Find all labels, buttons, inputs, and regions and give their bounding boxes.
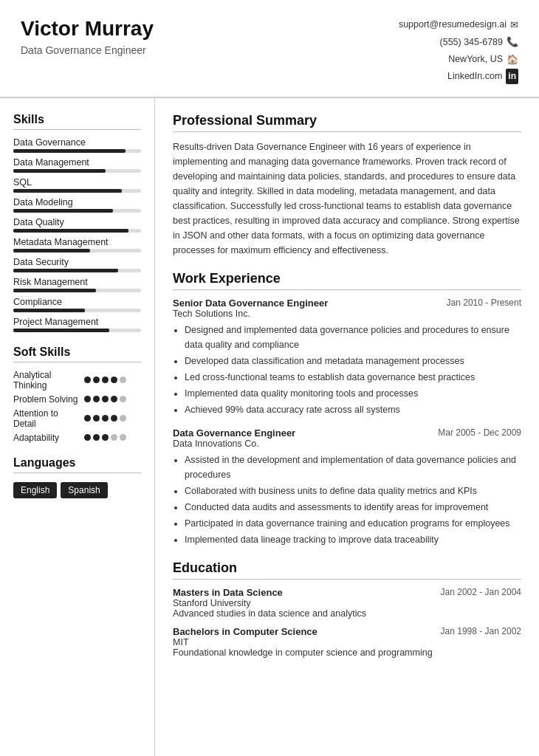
job-header: Senior Data Governance Engineer Jan 2010… [173, 298, 521, 309]
dot-filled [93, 415, 100, 422]
job-block: Data Governance Engineer Mar 2005 - Dec … [173, 427, 521, 547]
skill-bar-fill [13, 189, 122, 193]
dots [84, 415, 126, 422]
skill-bar-track [13, 189, 141, 193]
dot-filled [102, 396, 109, 402]
edu-degree: Masters in Data Science [173, 587, 283, 598]
soft-skill-item: Adaptability [13, 433, 141, 443]
header: Victor Murray Data Governance Engineer s… [0, 0, 539, 98]
skills-section: Skills Data Governance Data Management S… [13, 113, 141, 332]
skill-label: Risk Management [13, 277, 141, 287]
candidate-title: Data Governance Engineer [21, 44, 154, 56]
skill-item: SQL [13, 177, 141, 193]
main-content: Professional Summary Results-driven Data… [155, 98, 539, 756]
resume-wrapper: Victor Murray Data Governance Engineer s… [0, 0, 539, 756]
soft-skills-section: Soft Skills Analytical Thinking Problem … [13, 346, 141, 443]
body: Skills Data Governance Data Management S… [0, 98, 539, 756]
candidate-name: Victor Murray [21, 16, 154, 41]
edu-header: Masters in Data Science Jan 2002 - Jan 2… [173, 587, 521, 598]
soft-skills-title: Soft Skills [13, 346, 141, 362]
languages-section: Languages EnglishSpanish [13, 456, 141, 498]
skill-item: Data Modeling [13, 197, 141, 213]
skill-bar-fill [13, 289, 96, 292]
dot-filled [84, 377, 91, 383]
skill-bar-track [13, 249, 141, 252]
job-bullet: Collaborated with business units to defi… [185, 484, 521, 498]
job-bullet: Assisted in the development and implemen… [185, 453, 521, 482]
skill-bar-fill [13, 269, 118, 272]
skill-bar-track [13, 169, 141, 173]
skill-bar-track [13, 329, 141, 332]
edu-school: MIT [173, 637, 521, 647]
dot-empty [120, 415, 126, 422]
dots [84, 377, 126, 383]
soft-skill-label: Attention to Detail [13, 408, 80, 429]
skill-item: Risk Management [13, 277, 141, 292]
dot-filled [111, 415, 117, 422]
summary-title: Professional Summary [173, 113, 521, 132]
edu-date: Jan 1998 - Jan 2002 [441, 626, 521, 637]
job-bullet: Participated in data governance training… [185, 516, 521, 531]
skill-item: Compliance [13, 297, 141, 312]
skills-title: Skills [13, 113, 141, 130]
dot-empty [120, 396, 126, 402]
phone-icon: 📞 [507, 33, 518, 50]
dot-filled [111, 396, 117, 402]
edu-header: Bachelors in Computer Science Jan 1998 -… [173, 626, 521, 637]
skills-list: Data Governance Data Management SQL Data… [13, 137, 141, 332]
job-bullets: Assisted in the development and implemen… [173, 453, 521, 547]
skill-bar-fill [13, 169, 106, 173]
summary-section: Professional Summary Results-driven Data… [173, 113, 521, 258]
skill-item: Metadata Management [13, 237, 141, 252]
skill-label: SQL [13, 177, 141, 188]
skill-bar-fill [13, 149, 126, 153]
edu-block: Bachelors in Computer Science Jan 1998 -… [173, 626, 521, 658]
skill-item: Data Management [13, 157, 141, 173]
location-text: NewYork, US [448, 51, 503, 68]
dot-empty [111, 434, 117, 441]
job-title: Senior Data Governance Engineer [173, 298, 328, 309]
soft-skill-item: Problem Solving [13, 394, 141, 405]
edu-date: Jan 2002 - Jan 2004 [441, 587, 521, 598]
education-title: Education [173, 560, 521, 580]
dot-empty [120, 377, 126, 383]
skill-label: Data Governance [13, 137, 141, 148]
skill-label: Project Management [13, 317, 141, 327]
skill-bar-track [13, 309, 141, 312]
skill-label: Compliance [13, 297, 141, 307]
skill-bar-track [13, 269, 141, 272]
job-company: Tech Solutions Inc. [173, 309, 521, 319]
edu-desc: Foundational knowledge in computer scien… [173, 647, 521, 658]
job-bullet: Designed and implemented data governance… [185, 323, 521, 352]
skill-bar-fill [13, 329, 109, 332]
job-date: Mar 2005 - Dec 2009 [438, 427, 521, 438]
skill-label: Data Modeling [13, 197, 141, 207]
job-bullet: Developed data classification and metada… [185, 354, 521, 368]
dot-filled [93, 396, 100, 402]
summary-text: Results-driven Data Governance Engineer … [173, 140, 521, 258]
skill-item: Project Management [13, 317, 141, 332]
job-date: Jan 2010 - Present [447, 298, 521, 308]
job-bullet: Achieved 99% data accuracy rate across a… [185, 402, 521, 417]
skill-bar-track [13, 229, 141, 233]
job-title: Data Governance Engineer [173, 427, 295, 439]
contact-email-row: support@resumedesign.ai ✉ [399, 16, 518, 33]
dot-filled [102, 415, 109, 422]
languages-list: EnglishSpanish [13, 481, 141, 498]
skill-item: Data Quality [13, 217, 141, 233]
dots [84, 434, 126, 441]
job-bullet: Implemented data quality monitoring tool… [185, 386, 521, 401]
skill-bar-track [13, 149, 141, 153]
soft-skill-label: Adaptability [13, 433, 80, 443]
language-badge: English [13, 482, 57, 498]
job-bullet: Implemented data lineage tracking to imp… [185, 532, 521, 547]
job-header: Data Governance Engineer Mar 2005 - Dec … [173, 427, 521, 439]
skill-bar-fill [13, 309, 85, 312]
skill-bar-fill [13, 209, 113, 213]
dot-filled [84, 396, 91, 402]
job-bullet: Conducted data audits and assessments to… [185, 500, 521, 515]
skill-item: Data Governance [13, 137, 141, 153]
job-bullets: Designed and implemented data governance… [173, 323, 521, 417]
job-block: Senior Data Governance Engineer Jan 2010… [173, 298, 521, 417]
edu-block: Masters in Data Science Jan 2002 - Jan 2… [173, 587, 521, 619]
